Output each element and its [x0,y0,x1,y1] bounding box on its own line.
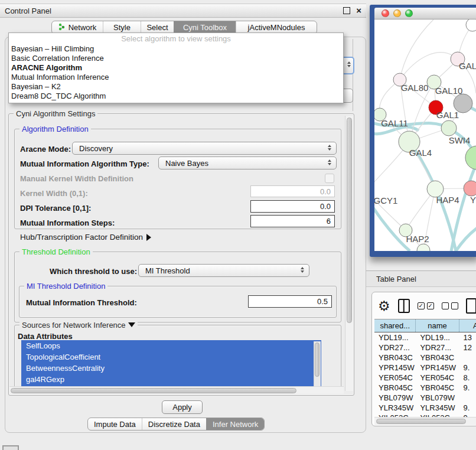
dropdown-item[interactable]: Bayesian – K2 [9,82,343,92]
manual-kernel-checkbox[interactable] [325,174,334,183]
dropdown-item[interactable]: Bayesian – Hill Climbing [9,44,343,54]
hide-columns-icon[interactable] [442,302,458,309]
tab-infer-network[interactable]: Infer Network [206,418,264,430]
table-row[interactable]: YDR27...YDR27...12 [374,343,476,353]
tab-jactivemnodules[interactable]: jActiveMNodules [236,21,317,34]
table-row[interactable]: YER054CYER054C8. [374,373,476,383]
docked-panel-icon[interactable] [2,445,19,450]
float-window-icon[interactable] [343,7,350,14]
network-node[interactable] [465,146,476,169]
table-cell: 8. [459,373,476,383]
table-cell: YLR345W [374,403,416,413]
which-threshold-value: MI Threshold [145,266,190,275]
tab-cyni-toolbox[interactable]: Cyni Toolbox [174,21,236,34]
dropdown-prompt: Select algorithm to view settings [9,33,343,44]
network-view-window[interactable]: GALGAL80GAL10GAL1GAL11SWI4GAL4GCY1HAP4YH… [370,5,476,257]
screenshot-root: Control Panel × NetworkStyleSelectCyni T… [0,0,476,450]
mi-threshold-label: Mutual Information Threshold: [26,298,137,307]
network-window-titlebar[interactable] [374,8,476,19]
network-icon [58,23,66,32]
hub-definition-toggle[interactable]: Hub/Transcription Factor Definition [20,233,151,242]
show-columns-icon[interactable]: ✓✓ [418,302,434,309]
tab-network[interactable]: Network [52,21,103,34]
control-panel-titlebar: Control Panel × [0,4,366,18]
node-label: HAP2 [406,234,429,244]
which-threshold-combobox[interactable]: MI Threshold [138,264,309,277]
table-row[interactable]: YBL079WYBL079W [374,393,476,403]
aracne-mode-combobox[interactable]: Discovery [72,142,337,155]
combo-arrows-icon [328,159,331,165]
which-threshold-label: Which threshold to use: [50,267,137,276]
dropdown-item[interactable]: Basic Correlation Inference [9,54,343,63]
kernel-width-field[interactable]: 0.0 [250,185,335,197]
mi-threshold-field[interactable]: 0.5 [248,295,332,308]
node-label: GAL10 [435,86,463,96]
gear-icon[interactable]: ⚙ [378,298,390,314]
dropdown-item[interactable]: Dream8 DC_TDC Algorithm [9,92,343,101]
tab-discretize-data[interactable]: Discretize Data [142,418,206,430]
settings-scrollbar[interactable] [345,116,353,391]
node-label: GAL11 [381,118,408,128]
column-header-A[interactable]: A [459,319,476,332]
table-hscrollbar[interactable] [374,417,476,425]
table-cell: YBL079W [416,393,459,403]
table-row[interactable]: YBR043CYBR043C [374,353,476,363]
settings-group-title: Cyni Algorithm Settings [14,109,97,118]
sources-group-title[interactable]: Sources for Network Inference [19,321,138,330]
tab-select[interactable]: Select [141,21,174,34]
network-node[interactable] [466,19,476,31]
dpi-tolerance-field[interactable]: 0.0 [250,200,335,213]
table-cell: YDL19... [374,332,416,343]
mi-steps-field[interactable]: 6 [250,215,335,227]
attribute-list-scrollbar[interactable] [314,341,321,386]
node-label: GAL1 [436,110,459,120]
attribute-item[interactable]: SelfLoops [21,340,321,351]
node-label: GAL [459,61,476,71]
table-row[interactable]: YPR145WYPR145W9. [374,363,476,373]
document-icon[interactable] [466,298,476,314]
split-columns-icon[interactable] [398,299,410,313]
close-icon[interactable]: × [356,8,361,14]
table-cell: 9. [459,383,476,393]
table-row[interactable]: YLR345WYLR345W9. [374,403,476,413]
dropdown-item[interactable]: ARACNE Algorithm [9,63,343,73]
settings-hscrollbar[interactable] [9,386,344,394]
dpi-tolerance-label: DPI Tolerance [0,1]: [20,204,91,213]
table-cell: YIL052C [416,413,459,417]
node-label: SWI4 [449,135,471,145]
attribute-item[interactable]: BetweennessCentrality [21,363,321,374]
mi-type-combobox[interactable]: Naive Bayes [158,156,337,169]
table-cell: 12 [459,343,476,353]
tab-impute-data[interactable]: Impute Data [88,418,142,430]
column-header-shared[interactable]: shared... [374,319,416,332]
table-header-row: shared...nameA [374,319,476,332]
apply-button[interactable]: Apply [162,400,203,414]
network-node[interactable] [441,120,457,136]
data-attributes-list[interactable]: SelfLoopsTopologicalCoefficientBetweenne… [21,340,321,387]
tab-style[interactable]: Style [103,21,141,34]
table-cell [459,393,476,403]
attribute-item[interactable]: gal4RGexp [21,374,321,385]
attribute-item[interactable]: TopologicalCoefficient [21,351,321,363]
node-label: HAP4 [436,195,459,205]
node-table: shared...nameA YDL19...YDL19...13YDR27..… [374,319,476,425]
table-row[interactable]: YIL052CYIL052C9. [374,413,476,417]
node-label: GAL4 [409,148,432,158]
dropdown-item[interactable]: Mutual Information Inference [9,73,343,82]
mac-close-icon[interactable] [382,9,389,17]
mac-minimize-icon[interactable] [393,9,401,17]
algorithm-dropdown-list: Select algorithm to view settings Bayesi… [8,32,344,103]
aracne-mode-label: Aracne Mode: [20,145,71,154]
apply-button-label: Apply [172,403,192,412]
mac-zoom-icon[interactable] [405,9,413,17]
column-header-name[interactable]: name [416,319,459,332]
table-cell: YBL079W [374,393,416,403]
table-row[interactable]: YDL19...YDL19...13 [374,332,476,343]
mi-type-value: Naive Bayes [165,159,208,168]
network-node[interactable] [464,181,476,196]
table-cell: YBR043C [416,353,459,363]
table-cell: YDR27... [416,343,459,353]
network-canvas[interactable]: GALGAL80GAL10GAL1GAL11SWI4GAL4GCY1HAP4YH… [374,19,476,251]
table-body: YDL19...YDL19...13YDR27...YDR27...12YBR0… [374,332,476,417]
table-row[interactable]: YBR045CYBR045C9. [374,383,476,393]
